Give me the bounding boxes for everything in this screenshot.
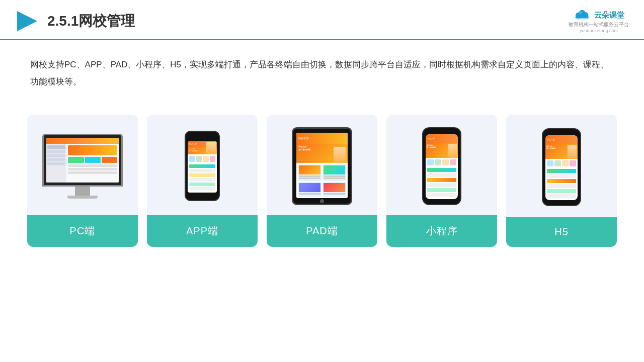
card-image-pad: 网校管理 职达人的第一堂判断课 (267, 115, 377, 215)
svg-point-10 (580, 12, 582, 14)
cards-container: PC端 职达人的 职达人的第一堂判断课 (0, 101, 644, 247)
card-image-app: 职达人的 职达人的第一堂判断课 (147, 115, 258, 215)
card-label-h5: H5 (506, 217, 617, 247)
pad-tablet-mockup: 网校管理 职达人的第一堂判断课 (289, 127, 355, 205)
pc-mockup (40, 134, 125, 199)
logo-name: 云朵课堂 (594, 11, 624, 20)
cloud-icon (573, 9, 591, 21)
mini-phone-mockup-1: 职达人的 职达人的第一堂判断课 (421, 127, 463, 205)
card-miniprogram: 职达人的 职达人的第一堂判断课 (386, 115, 497, 247)
app-phone-mockup: 职达人的 职达人的第一堂判断课 (182, 131, 222, 201)
svg-marker-0 (17, 11, 37, 31)
card-image-miniprogram: 职达人的 职达人的第一堂判断课 (386, 115, 497, 215)
logo-tagline: 教育机构一站式服务云平台 (569, 21, 629, 28)
card-image-pc (27, 115, 138, 215)
card-image-h5: 职达人的 职达人的第一堂判断课 (506, 115, 617, 217)
description-text: 网校支持PC、APP、PAD、小程序、H5，实现多端打通，产品各终端自由切换，数… (0, 40, 644, 96)
card-h5: 职达人的 职达人的第一堂判断课 (506, 115, 617, 247)
svg-rect-9 (576, 15, 588, 18)
card-pc: PC端 (27, 115, 138, 247)
page-title: 2.5.1网校管理 (47, 12, 135, 31)
card-label-miniprogram: 小程序 (386, 215, 497, 247)
card-label-pad: PAD端 (267, 215, 377, 247)
logo-cloud: 云朵课堂 (573, 9, 624, 21)
page-header: 2.5.1网校管理 云朵课堂 教育机构一站式服务云平台 yunduoketang… (0, 0, 644, 40)
mini-phone-mockup-2: 职达人的 职达人的第一堂判断课 (540, 128, 583, 206)
play-icon (15, 9, 39, 33)
logo-url: yunduoketang.com (580, 28, 618, 33)
card-label-pc: PC端 (27, 215, 138, 247)
card-label-app: APP端 (147, 215, 258, 247)
logo-area: 云朵课堂 教育机构一站式服务云平台 yunduoketang.com (569, 9, 629, 33)
card-pad: 网校管理 职达人的第一堂判断课 (267, 115, 377, 247)
header-left: 2.5.1网校管理 (15, 9, 135, 33)
card-app: 职达人的 职达人的第一堂判断课 (147, 115, 258, 247)
